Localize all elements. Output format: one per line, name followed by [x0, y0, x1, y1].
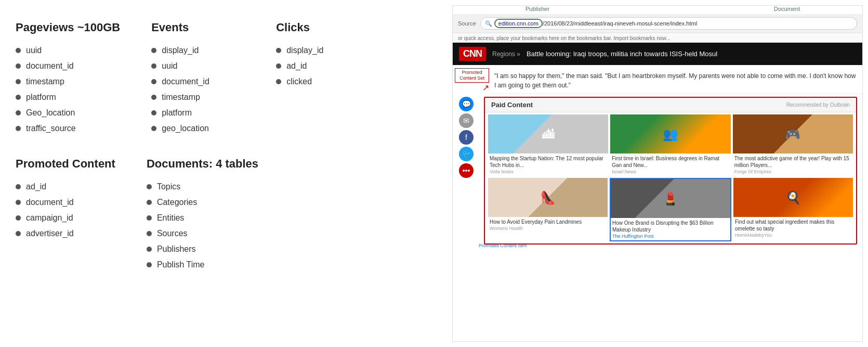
list-item: uuid [16, 43, 120, 58]
list-item: Entities [147, 210, 258, 226]
address-bar[interactable]: Source 🔍 edition.cnn.com /2016/08/23/mid… [453, 14, 862, 33]
list-item: platform [16, 89, 120, 105]
documents-list: Topics Categories Entities Sources Publi… [147, 179, 258, 273]
list-item: Sources [147, 226, 258, 241]
cards-row-2: 👠 How to Avoid Everyday Pain Landmines W… [488, 178, 853, 241]
promoted-set-label: Promoted Content Set [455, 68, 489, 83]
right-panel: Publisher Document Source 🔍 edition.cnn.… [452, 0, 868, 347]
paid-content-title: Paid Content [491, 101, 533, 109]
clicks-list: display_id ad_id clicked [276, 43, 370, 89]
paid-content-box: Paid Content Recommended by Outbrain 🏙 M… [484, 97, 857, 245]
list-item: display_id [276, 43, 370, 58]
facebook-icon[interactable]: f [459, 130, 474, 145]
messenger-icon[interactable]: 💬 [459, 97, 474, 111]
outbrain-label: Recommended by Outbrain [786, 102, 850, 108]
list-item: uuid [151, 58, 245, 74]
card-title-3: The most addictive game of the year! Pla… [733, 153, 853, 169]
address-bar-wrapper: Publisher Document Source 🔍 edition.cnn.… [453, 6, 862, 43]
clicks-section: Clicks display_id ad_id clicked [276, 21, 370, 136]
cnn-header: CNN Regions » Battle looming: Iraqi troo… [453, 43, 862, 65]
list-item: document_id [151, 74, 245, 89]
list-item: Publishers [147, 241, 258, 257]
cnn-logo: CNN [459, 47, 486, 61]
content-card-3[interactable]: 🎮 The most addictive game of the year! P… [733, 114, 853, 176]
content-card-2[interactable]: 👥 First time in Israel: Business degrees… [610, 114, 730, 176]
pageviews-title: Pageviews ~100GB [16, 21, 120, 34]
promoted-content-section: Promoted Content ad_id document_id campa… [16, 157, 115, 273]
documents-section: Documents: 4 tables Topics Categories En… [147, 157, 258, 273]
list-item: ad_id [276, 58, 370, 74]
article-row: Promoted Content Set ↗ "I am so happy fo… [453, 65, 862, 97]
promoted-set-annotation: Promoted Content Set ↗ [453, 68, 489, 93]
list-item: geo_location [151, 121, 245, 136]
content-card-5[interactable]: 💄 How One Brand is Disrupting the $63 Bi… [610, 178, 731, 241]
list-item: document_id [16, 58, 120, 74]
paid-content-area: 💬 ✉ f 🐦 ••• Paid Content Recommended by … [479, 97, 862, 248]
card-title-6: Find out what special ingredient makes t… [733, 217, 853, 233]
events-list: display_id uuid document_id timestamp pl… [151, 43, 245, 136]
email-icon[interactable]: ✉ [459, 113, 474, 128]
list-item: Categories [147, 195, 258, 210]
more-icon[interactable]: ••• [459, 163, 474, 178]
list-item: ad_id [16, 179, 115, 195]
card-source-4: Womens Health [488, 226, 608, 233]
source-label: Source [458, 20, 476, 27]
card-image-1: 🏙 [488, 114, 608, 153]
card-title-1: Mapping the Startup Nation: The 12 most … [488, 153, 608, 169]
list-item: document_id [16, 195, 115, 210]
arrow-icon: ↗ [455, 83, 489, 93]
card-title-5: How One Brand is Disrupting the $63 Bill… [611, 218, 730, 234]
list-item: timestamp [151, 89, 245, 105]
documents-title: Documents: 4 tables [147, 157, 258, 171]
card-source-3: Forge Of Empires [733, 169, 853, 176]
list-item: traffic_source [16, 121, 120, 136]
content-card-6[interactable]: 🍳 Find out what special ingredient makes… [733, 178, 853, 241]
list-item: clicked [276, 74, 370, 89]
list-item: Publish Time [147, 257, 258, 273]
cnn-headline: Battle looming: Iraqi troops, militia in… [527, 50, 717, 58]
card-source-6: HomeMadebyYou [733, 233, 853, 239]
promoted-content-list: ad_id document_id campaign_id advertiser… [16, 179, 115, 241]
list-item: Geo_location [16, 105, 120, 121]
content-card-4[interactable]: 👠 How to Avoid Everyday Pain Landmines W… [488, 178, 608, 241]
pageviews-list: uuid document_id timestamp platform Geo_… [16, 43, 120, 136]
document-label: Document [774, 6, 800, 12]
social-sidebar: 💬 ✉ f 🐦 ••• [459, 97, 474, 178]
list-item: advertiser_id [16, 226, 115, 241]
pageviews-section: Pageviews ~100GB uuid document_id timest… [16, 21, 120, 136]
promoted-item-label: Promoted Content Item [479, 243, 527, 249]
top-row: Pageviews ~100GB uuid document_id timest… [16, 21, 437, 136]
list-item: Topics [147, 179, 258, 195]
search-icon: 🔍 [485, 20, 492, 27]
card-image-5: 💄 [611, 179, 730, 218]
paid-content-header: Paid Content Recommended by Outbrain [485, 98, 856, 112]
twitter-icon[interactable]: 🐦 [459, 147, 474, 161]
browser-container: Publisher Document Source 🔍 edition.cnn.… [452, 5, 863, 342]
events-section: Events display_id uuid document_id times… [151, 21, 245, 136]
browser-page: Publisher Document Source 🔍 edition.cnn.… [453, 6, 862, 341]
clicks-title: Clicks [276, 21, 370, 34]
left-panel: Pageviews ~100GB uuid document_id timest… [0, 0, 452, 347]
promoted-content-title: Promoted Content [16, 157, 115, 171]
card-source-5: The Huffington Post [611, 234, 730, 240]
card-source-2: Israel News [610, 169, 730, 176]
cnn-nav: Regions » [492, 50, 520, 58]
list-item: timestamp [16, 74, 120, 89]
url-publisher: edition.cnn.com [494, 19, 543, 28]
card-image-4: 👠 [488, 178, 608, 217]
content-rows: 🏙 Mapping the Startup Nation: The 12 mos… [485, 112, 856, 243]
events-title: Events [151, 21, 245, 34]
cards-row-1: 🏙 Mapping the Startup Nation: The 12 mos… [488, 114, 853, 176]
card-title-2: First time in Israel: Business degrees i… [610, 153, 730, 169]
list-item: platform [151, 105, 245, 121]
list-item: display_id [151, 43, 245, 58]
publisher-label: Publisher [525, 6, 549, 12]
card-image-2: 👥 [610, 114, 730, 153]
card-source-1: Viola Notes [488, 169, 608, 176]
list-item: campaign_id [16, 210, 115, 226]
content-card-1[interactable]: 🏙 Mapping the Startup Nation: The 12 mos… [488, 114, 608, 176]
card-title-4: How to Avoid Everyday Pain Landmines [488, 217, 608, 226]
url-path: /2016/08/23/middleeast/iraq-nineveh-mosu… [543, 20, 697, 27]
bookmarks-bar: or quick access, place your bookmarks he… [453, 34, 862, 43]
card-image-3: 🎮 [733, 114, 853, 153]
